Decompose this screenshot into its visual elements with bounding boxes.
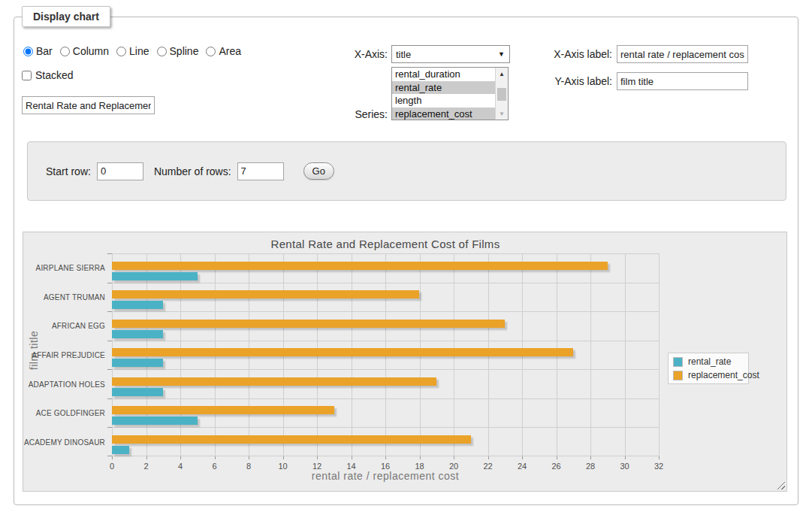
radio-bar[interactable]: Bar	[23, 45, 53, 57]
panel-title: Display chart	[22, 6, 110, 27]
category-label: ACE GOLDFINGER	[36, 409, 105, 417]
chart-category-row: AGENT TRUMAN	[112, 283, 659, 312]
stacked-row: Stacked	[22, 69, 74, 81]
radio-bar-label: Bar	[36, 45, 53, 57]
series-option[interactable]: rental_rate	[392, 81, 495, 95]
plot-area: 02468101214161820222426283032AIRPLANE SI…	[112, 253, 659, 456]
radio-column-input[interactable]	[60, 47, 70, 56]
legend-item: replacement_cost	[673, 370, 744, 380]
x-axis-tick	[488, 456, 489, 459]
go-button[interactable]: Go	[303, 162, 334, 180]
x-axis-title: rental rate / replacement cost	[112, 470, 659, 482]
x-axis-tick	[420, 456, 421, 459]
chart-container: Rental Rate and Replacement Cost of Film…	[23, 232, 787, 492]
radio-column[interactable]: Column	[60, 45, 109, 57]
chart-bar-rental_rate	[112, 330, 163, 338]
scrollbar-thumb[interactable]	[497, 88, 506, 101]
radio-area[interactable]: Area	[206, 45, 241, 57]
radio-line-input[interactable]	[116, 47, 126, 56]
legend-label: replacement_cost	[688, 370, 759, 380]
x-axis-tick	[146, 456, 147, 459]
x-axis-tick	[659, 456, 660, 459]
chart-bar-replacement_cost	[112, 377, 436, 386]
radio-column-label: Column	[73, 45, 109, 57]
x-axis-row: X-Axis: title ▼	[337, 45, 510, 63]
x-axis-select-label: X-Axis:	[337, 48, 391, 60]
chart-bar-replacement_cost	[112, 435, 471, 444]
legend-item: rental_rate	[673, 356, 744, 367]
chart-bar-rental_rate	[112, 417, 198, 425]
x-axis-tick	[625, 456, 626, 459]
x-axis-label-label: X-Axis label:	[548, 48, 617, 60]
chart-legend: rental_ratereplacement_cost	[668, 353, 749, 384]
chart-bar-rental_rate	[112, 446, 129, 454]
chart-type-radio-group: Bar Column Line Spline Area	[23, 45, 241, 57]
num-rows-label: Number of rows:	[154, 165, 231, 177]
x-axis-tick	[590, 456, 591, 459]
chart-bar-replacement_cost	[112, 406, 334, 414]
radio-bar-input[interactable]	[23, 47, 33, 56]
chart-bar-replacement_cost	[112, 348, 573, 356]
grid-line-vertical	[659, 253, 660, 456]
chart-title-input[interactable]	[22, 96, 155, 114]
chart-category-row: ACADEMY DINOSAUR	[112, 427, 659, 456]
chart-title: Rental Rate and Replacement Cost of Film…	[112, 238, 659, 250]
x-axis-tick	[249, 456, 249, 459]
chart-category-row: AFRICAN EGG	[112, 311, 659, 341]
series-row: Series: rental_durationrental_ratelength…	[337, 67, 509, 120]
chart-category-row: AIRPLANE SIERRA	[112, 253, 659, 283]
row-range-panel: Start row: Number of rows: Go	[27, 141, 786, 201]
radio-line-label: Line	[129, 45, 149, 57]
chart-bar-replacement_cost	[112, 290, 419, 298]
chart-bar-replacement_cost	[112, 320, 505, 328]
category-label: AFFAIR PREJUDICE	[32, 350, 105, 359]
x-axis-tick	[112, 456, 113, 459]
x-axis-tick	[283, 456, 284, 459]
radio-area-input[interactable]	[206, 47, 216, 56]
scroll-down-icon[interactable]: ▼	[496, 108, 508, 120]
legend-swatch	[673, 371, 683, 380]
x-axis-label-row: X-Axis label:	[548, 45, 748, 63]
y-axis-label-label: Y-Axis label:	[548, 75, 617, 87]
x-axis-tick	[522, 456, 523, 459]
start-row-input[interactable]	[97, 162, 143, 180]
y-axis-label-input[interactable]	[617, 72, 748, 90]
x-axis-selected-value: title	[396, 49, 411, 60]
chart-bar-rental_rate	[112, 388, 163, 396]
num-rows-input[interactable]	[237, 162, 284, 180]
legend-swatch	[673, 357, 683, 367]
stacked-label[interactable]: Stacked	[35, 69, 74, 81]
series-option[interactable]: length	[392, 94, 495, 108]
chart-bar-rental_rate	[112, 359, 163, 367]
y-axis-label-row: Y-Axis label:	[548, 72, 748, 90]
x-axis-label-input[interactable]	[617, 45, 748, 63]
category-label: AIRPLANE SIERRA	[36, 264, 105, 272]
radio-spline[interactable]: Spline	[157, 45, 199, 57]
radio-spline-input[interactable]	[157, 47, 167, 56]
series-scrollbar[interactable]: ▲ ▼	[495, 68, 508, 120]
chart-bar-rental_rate	[112, 272, 198, 280]
radio-spline-label: Spline	[170, 45, 199, 57]
series-label: Series:	[337, 108, 391, 120]
x-axis-select[interactable]: title ▼	[391, 45, 510, 63]
resize-grip-icon[interactable]	[777, 481, 785, 489]
x-axis-tick	[317, 456, 318, 459]
radio-area-label: Area	[219, 45, 241, 57]
series-listbox[interactable]: rental_durationrental_ratelengthreplacem…	[391, 67, 509, 120]
chart-category-row: ACE GOLDFINGER	[112, 398, 659, 428]
category-label: AGENT TRUMAN	[44, 292, 105, 301]
category-label: ACADEMY DINOSAUR	[24, 438, 105, 446]
series-option[interactable]: replacement_cost	[392, 108, 495, 121]
x-axis-tick	[215, 456, 216, 459]
chart-bar-rental_rate	[112, 301, 163, 309]
radio-line[interactable]: Line	[116, 45, 149, 57]
scroll-up-icon[interactable]: ▲	[496, 68, 508, 80]
x-axis-tick	[557, 456, 557, 459]
display-chart-panel: Display chart Bar Column Line Spline Are…	[14, 6, 798, 505]
category-label: AFRICAN EGG	[52, 322, 105, 330]
stacked-checkbox[interactable]	[22, 71, 32, 80]
chart-category-row: ADAPTATION HOLES	[112, 369, 659, 398]
x-axis-tick	[352, 456, 352, 459]
legend-label: rental_rate	[688, 356, 731, 367]
series-option[interactable]: rental_duration	[392, 68, 495, 81]
